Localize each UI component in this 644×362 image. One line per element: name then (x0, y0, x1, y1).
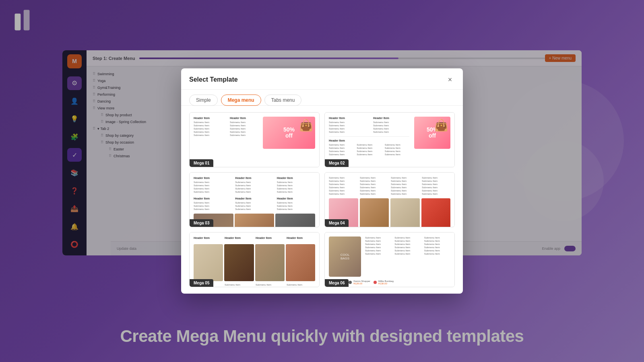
product-mini-backpack: MINI Mini Backpack ¥98.00 (390, 198, 420, 227)
template-mega-02-label: Mega 02 (325, 159, 349, 167)
modal-header: Select Template × (181, 68, 463, 90)
mega01-banner-text: 50%off (283, 127, 295, 139)
product-canvas-bag: Canvas Shopper Bag ¥98.00 (360, 198, 389, 227)
mega02-bag-icon: 👜 (434, 119, 448, 132)
mega05-img-2 (224, 244, 254, 281)
template-mega-06[interactable]: COOLBAGS Submenu Item Submenu Item Subme… (324, 232, 455, 287)
mega06-video-thumb: COOLBAGS (329, 237, 361, 277)
mega02-banner: 50%off 👜 (414, 117, 450, 149)
tab-mega-menu[interactable]: Mega menu (221, 95, 261, 106)
template-mega-04[interactable]: Submenu Item Submenu Item Submenu Item S… (324, 172, 455, 227)
template-mega-04-label: Mega 04 (325, 219, 349, 227)
mega01-banner: 50%off 👜 (263, 117, 315, 149)
mega06-dot-2 (349, 281, 352, 284)
template-mega-02[interactable]: Header Item Submenu Item Submenu Item Su… (324, 112, 455, 167)
mega03-photo-3 (275, 214, 315, 227)
mega05-img-4 (286, 244, 315, 281)
tab-tabs-menu[interactable]: Tabs menu (264, 95, 302, 106)
template-mega-03[interactable]: Header Item Submenu Item Submenu Item Su… (189, 172, 320, 227)
modal-tabs: Simple Mega menu Tabs menu (181, 90, 463, 106)
tab-simple[interactable]: Simple (189, 95, 218, 106)
mega05-img-3 (255, 244, 285, 281)
template-mega-01-label: Mega 01 (190, 159, 213, 167)
template-mega-05[interactable]: Header Item Header Item Header Item Head… (189, 232, 320, 287)
mega03-photo-2 (235, 214, 275, 227)
template-mega-05-label: Mega 05 (190, 279, 213, 287)
product-denim-rucksack: Denim Rucksack ¥328.00 (421, 198, 451, 227)
template-mega-01[interactable]: Header Item Submenu Item Submenu Item Su… (189, 112, 320, 167)
mega05-img-1 (194, 244, 223, 281)
templates-grid: Header Item Submenu Item Submenu Item Su… (181, 106, 463, 294)
template-mega-06-label: Mega 06 (325, 279, 349, 287)
select-template-modal: Select Template × Simple Mega menu Tabs … (181, 68, 463, 294)
mega01-bag-icon: 👜 (299, 119, 313, 132)
modal-close-button[interactable]: × (445, 75, 455, 84)
mega06-dot-3 (374, 281, 377, 284)
modal-title: Select Template (189, 76, 238, 83)
modal-overlay: Select Template × Simple Mega menu Tabs … (0, 0, 644, 362)
template-mega-03-label: Mega 03 (190, 219, 213, 227)
